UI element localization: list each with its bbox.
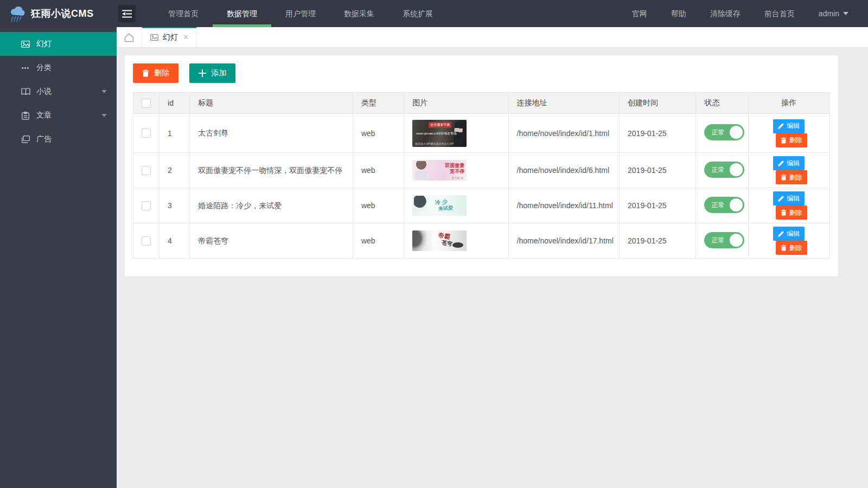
row-delete-button[interactable]: 删除 bbox=[776, 133, 807, 147]
banner-text: 企业服务节典 bbox=[429, 122, 451, 128]
nav-item-admin-home[interactable]: 管理首页 bbox=[154, 0, 213, 27]
cell-link: /home/novel/index/id/6.html bbox=[508, 153, 619, 188]
tab-bar: 幻灯 × bbox=[117, 27, 868, 48]
toggle-knob bbox=[730, 163, 743, 176]
table-row: 4 帝霸苍穹 web 帝霸 苍穹 /home/novel/index/id/17… bbox=[133, 223, 830, 259]
banner-text: 购买永久VIP赠送现金同送久VIP bbox=[415, 142, 454, 145]
col-header-link: 连接地址 bbox=[508, 93, 619, 114]
collapse-menu-icon bbox=[122, 10, 132, 18]
toggle-knob bbox=[730, 198, 743, 211]
image-icon bbox=[21, 41, 30, 48]
tab-label: 幻灯 bbox=[163, 33, 178, 42]
edit-button-label: 编辑 bbox=[787, 229, 800, 239]
row-checkbox[interactable] bbox=[142, 201, 151, 210]
banner-text: www.qimaa.cn特价域名专场 bbox=[416, 131, 457, 136]
toggle-knob bbox=[730, 126, 743, 139]
status-toggle[interactable]: 正常 bbox=[704, 232, 744, 248]
row-checkbox[interactable] bbox=[142, 129, 151, 138]
cell-type: web bbox=[353, 188, 404, 223]
sidebar-item-ads[interactable]: 广告 bbox=[0, 127, 117, 151]
trash-icon bbox=[781, 209, 787, 216]
toggle-knob bbox=[730, 234, 743, 247]
row-delete-button[interactable]: 删除 bbox=[776, 170, 807, 184]
edit-button[interactable]: 编辑 bbox=[773, 119, 805, 133]
status-toggle[interactable]: 正常 bbox=[704, 162, 744, 178]
trash-icon bbox=[142, 69, 149, 77]
sidebar-item-articles[interactable]: 文章 bbox=[0, 104, 117, 127]
select-all-checkbox[interactable] bbox=[142, 99, 151, 108]
cell-type: web bbox=[353, 223, 404, 259]
delete-button-label: 删除 bbox=[154, 68, 169, 78]
edit-button[interactable]: 编辑 bbox=[773, 191, 805, 206]
table-row: 3 婚途陌路：冷少，来试爱 web 冷 少 来试爱 /home/novel/in… bbox=[133, 188, 830, 223]
delete-button[interactable]: 删除 bbox=[133, 63, 178, 83]
pencil-icon bbox=[778, 123, 784, 129]
tab-slides[interactable]: 幻灯 × bbox=[142, 27, 197, 47]
slide-thumbnail: 帝霸 苍穹 bbox=[412, 230, 467, 251]
cell-created: 2019-01-25 bbox=[620, 223, 696, 259]
row-checkbox[interactable] bbox=[142, 166, 151, 175]
nav-item-data-collection[interactable]: 数据采集 bbox=[330, 0, 388, 27]
table-header-row: id 标题 类型 图片 连接地址 创建时间 状态 操作 bbox=[133, 93, 830, 114]
status-toggle[interactable]: 正常 bbox=[704, 197, 744, 213]
sidebar-item-label: 文章 bbox=[36, 111, 52, 120]
slides-panel: 删除 添加 bbox=[125, 55, 838, 277]
sidebar: 幻灯 ••• 分类 小说 文章 bbox=[0, 27, 117, 488]
status-toggle[interactable]: 正常 bbox=[704, 124, 744, 140]
cell-title: 婚途陌路：冷少，来试爱 bbox=[190, 188, 353, 223]
row-delete-button[interactable]: 删除 bbox=[776, 241, 807, 255]
status-label: 正常 bbox=[711, 232, 724, 248]
banner-text: 西月晴·著 bbox=[451, 176, 463, 179]
chevron-down-icon bbox=[843, 12, 848, 15]
nav-item-system-extension[interactable]: 系统扩展 bbox=[388, 0, 447, 27]
edit-button[interactable]: 编辑 bbox=[773, 156, 805, 170]
user-menu[interactable]: admin bbox=[807, 0, 860, 27]
status-label: 正常 bbox=[711, 124, 724, 140]
close-icon[interactable]: × bbox=[183, 33, 188, 42]
row-checkbox[interactable] bbox=[142, 236, 151, 246]
col-header-image: 图片 bbox=[404, 93, 508, 114]
nav-item-official-site[interactable]: 官网 bbox=[620, 0, 659, 27]
nav-item-clear-cache[interactable]: 清除缓存 bbox=[698, 0, 752, 27]
nav-item-user-management[interactable]: 用户管理 bbox=[271, 0, 330, 27]
sidebar-item-label: 小说 bbox=[36, 87, 52, 97]
top-header: 狂雨小说CMS 管理首页 数据管理 用户管理 数据采集 系统扩展 官网 帮助 清… bbox=[0, 0, 868, 27]
main-area: 幻灯 × 删除 bbox=[117, 27, 868, 488]
primary-nav: 管理首页 数据管理 用户管理 数据采集 系统扩展 bbox=[154, 0, 447, 27]
content-area: 删除 添加 bbox=[117, 48, 868, 488]
sidebar-item-label: 广告 bbox=[36, 134, 52, 144]
add-button-label: 添加 bbox=[211, 68, 226, 78]
secondary-nav: 官网 帮助 清除缓存 前台首页 admin bbox=[620, 0, 868, 27]
col-header-title: 标题 bbox=[190, 93, 353, 114]
sidebar-item-label: 分类 bbox=[36, 63, 52, 73]
sidebar-collapse-button[interactable] bbox=[118, 5, 136, 22]
banner-text: 苍穹 bbox=[441, 239, 453, 248]
pencil-icon bbox=[778, 196, 784, 202]
rain-cloud-logo-icon bbox=[9, 5, 26, 22]
row-delete-button[interactable]: 删除 bbox=[776, 206, 807, 220]
nav-item-front-home[interactable]: 前台首页 bbox=[752, 0, 807, 27]
tab-home[interactable] bbox=[117, 27, 142, 47]
col-header-created: 创建时间 bbox=[620, 93, 696, 114]
add-button[interactable]: 添加 bbox=[189, 63, 235, 83]
col-header-type: 类型 bbox=[353, 93, 404, 114]
sidebar-item-slides[interactable]: 幻灯 bbox=[0, 32, 117, 56]
cell-id: 4 bbox=[159, 223, 190, 259]
status-label: 正常 bbox=[711, 197, 724, 213]
banner-figure bbox=[412, 230, 427, 251]
edit-button-label: 编辑 bbox=[787, 194, 800, 203]
sidebar-item-categories[interactable]: ••• 分类 bbox=[0, 56, 117, 80]
nav-item-help[interactable]: 帮助 bbox=[659, 0, 698, 27]
row-delete-button-label: 删除 bbox=[789, 136, 802, 145]
sidebar-item-novels[interactable]: 小说 bbox=[0, 80, 117, 104]
ellipsis-icon: ••• bbox=[21, 65, 30, 70]
cell-title: 太古剑尊 bbox=[190, 114, 353, 153]
trash-icon bbox=[781, 137, 787, 144]
cell-title: 帝霸苍穹 bbox=[190, 223, 353, 259]
nav-item-data-management[interactable]: 数据管理 bbox=[213, 0, 271, 27]
cell-created: 2019-01-25 bbox=[620, 114, 696, 153]
trash-icon bbox=[781, 174, 787, 181]
edit-button[interactable]: 编辑 bbox=[773, 227, 805, 241]
col-header-id: id bbox=[159, 93, 190, 114]
banner-figure bbox=[415, 161, 427, 179]
